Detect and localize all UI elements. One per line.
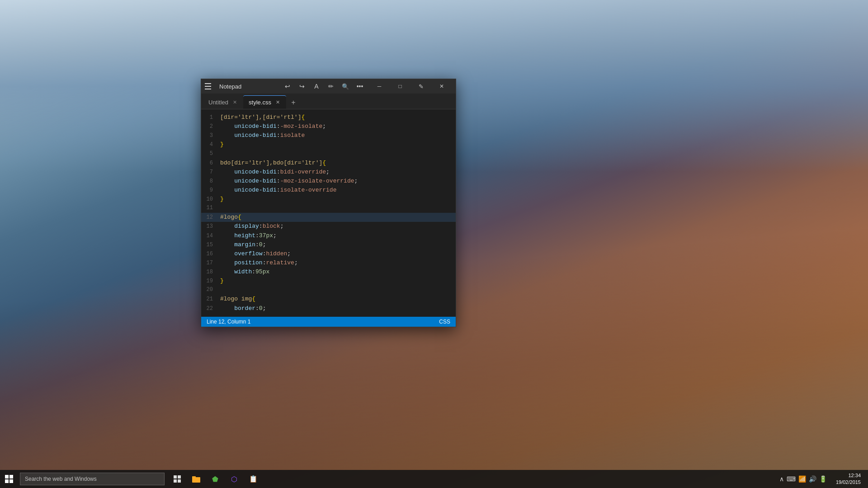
tray-battery[interactable]: 🔋 — [819, 475, 827, 483]
tab-untitled[interactable]: Untitled ✕ — [203, 95, 243, 109]
search-placeholder: Search the web and Windows — [25, 476, 97, 482]
code-line-14: 14 height:37px; — [201, 231, 456, 240]
code-line-3: 3 unicode-bidi:isolate — [201, 131, 456, 140]
svg-rect-2 — [174, 479, 177, 483]
code-line-10: 10 } — [201, 195, 456, 204]
code-line-21: 21 #logo img{ — [201, 295, 456, 304]
xbox-button[interactable]: ⬟ — [206, 470, 224, 488]
notepad-taskbar-button[interactable]: 📋 — [244, 470, 262, 488]
tray-volume[interactable]: 🔊 — [809, 475, 816, 483]
toolbar-group: ↩ ↪ A ✏ 🔍 ••• — [280, 79, 367, 94]
code-line-7: 7 unicode-bidi:bidi-override; — [201, 168, 456, 177]
tab-untitled-label: Untitled — [208, 99, 228, 106]
code-line-6: 6 bdo[dir='ltr'],bdo[dir='ltr']{ — [201, 159, 456, 168]
clock[interactable]: 12:34 19/02/2015 — [832, 472, 864, 486]
code-line-22: 22 border:0; — [201, 304, 456, 313]
find-button[interactable]: 🔍 — [338, 79, 353, 94]
taskbar-icons: ⬟ ⬡ 📋 — [168, 470, 262, 488]
svg-rect-1 — [178, 475, 181, 479]
tray-chevron[interactable]: ∧ — [779, 475, 784, 483]
redo-button[interactable]: ↪ — [295, 79, 309, 94]
pen-button[interactable]: ✏ — [324, 79, 338, 94]
maximize-button[interactable]: □ — [390, 79, 410, 94]
restore-button[interactable]: ✎ — [410, 79, 431, 94]
title-bar: Notepad ↩ ↪ A ✏ 🔍 ••• ─ □ ✎ ✕ — [201, 79, 456, 94]
start-button[interactable] — [0, 470, 18, 488]
cursor-position: Line 12, Column 1 — [207, 319, 250, 325]
taskbar: Search the web and Windows ⬟ ⬡ 📋 — [0, 470, 868, 488]
code-line-4: 4 } — [201, 140, 456, 149]
close-button[interactable]: ✕ — [431, 79, 452, 94]
windows-icon — [5, 475, 13, 483]
language-indicator: CSS — [439, 319, 450, 325]
file-explorer-button[interactable] — [187, 470, 205, 488]
code-line-18: 18 width:95px — [201, 267, 456, 277]
code-line-12: 12 #logo{ — [201, 213, 456, 222]
status-bar: Line 12, Column 1 CSS — [201, 317, 456, 327]
svg-rect-5 — [192, 476, 196, 478]
taskbar-search[interactable]: Search the web and Windows — [20, 473, 165, 485]
taskbar-right: ∧ ⌨ 📶 🔊 🔋 12:34 19/02/2015 — [776, 470, 868, 488]
code-line-2: 2 unicode-bidi:-moz-isolate; — [201, 122, 456, 131]
window-title: Notepad — [219, 83, 280, 90]
code-line-8: 8 unicode-bidi:-moz-isolate-override; — [201, 177, 456, 186]
clock-time: 12:34 — [836, 472, 861, 479]
desktop: Notepad ↩ ↪ A ✏ 🔍 ••• ─ □ ✎ ✕ Untitled — [0, 0, 868, 488]
more-button[interactable]: ••• — [353, 79, 367, 94]
tab-stylecss-close[interactable]: ✕ — [275, 99, 281, 106]
code-line-16: 16 overflow:hidden; — [201, 249, 456, 258]
font-button[interactable]: A — [309, 79, 324, 94]
minimize-button[interactable]: ─ — [369, 79, 390, 94]
code-line-19: 19 } — [201, 277, 456, 286]
tray-keyboard[interactable]: ⌨ — [787, 475, 796, 483]
code-line-5: 5 — [201, 150, 456, 159]
code-line-9: 9 unicode-bidi:isolate-override — [201, 186, 456, 195]
notepad-window: Notepad ↩ ↪ A ✏ 🔍 ••• ─ □ ✎ ✕ Untitled — [201, 79, 456, 327]
system-tray: ∧ ⌨ 📶 🔊 🔋 — [776, 475, 830, 483]
code-line-15: 15 margin:0; — [201, 240, 456, 249]
tab-untitled-close[interactable]: ✕ — [232, 99, 238, 106]
menu-icon[interactable] — [205, 81, 216, 92]
tray-network[interactable]: 📶 — [798, 475, 806, 483]
tab-stylecss-label: style.css — [249, 99, 271, 106]
undo-button[interactable]: ↩ — [280, 79, 295, 94]
code-line-17: 17 position:relative; — [201, 258, 456, 267]
tab-stylecss[interactable]: style.css ✕ — [243, 95, 286, 109]
app4-button[interactable]: ⬡ — [225, 470, 243, 488]
code-line-20: 20 — [201, 286, 456, 295]
code-line-13: 13 display:block; — [201, 222, 456, 231]
tab-bar: Untitled ✕ style.css ✕ + — [201, 94, 456, 109]
code-line-1: 1 [dir='ltr'],[dir='rtl']{ — [201, 113, 456, 122]
task-view-button[interactable] — [168, 470, 186, 488]
code-line-11: 11 — [201, 204, 456, 213]
code-editor[interactable]: 1 [dir='ltr'],[dir='rtl']{ 2 unicode-bid… — [201, 109, 456, 317]
window-controls: ─ □ ✎ ✕ — [369, 79, 452, 94]
svg-rect-0 — [174, 475, 177, 479]
svg-rect-3 — [178, 479, 181, 483]
clock-date: 19/02/2015 — [836, 479, 861, 486]
add-tab-button[interactable]: + — [287, 96, 300, 109]
